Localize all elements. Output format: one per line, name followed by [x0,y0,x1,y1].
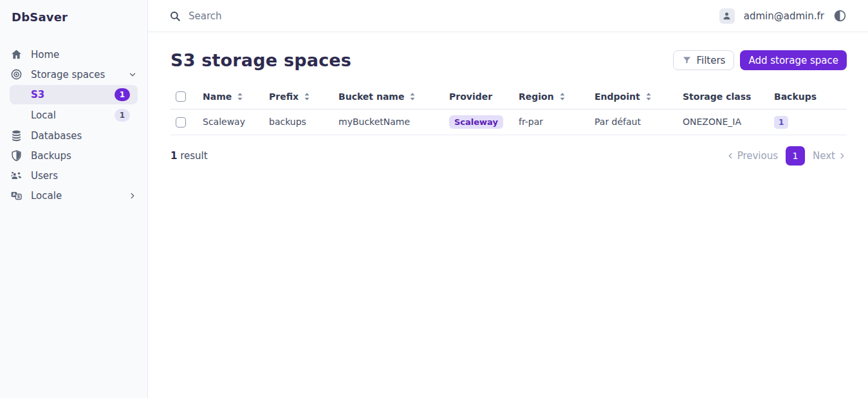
add-storage-space-button[interactable]: Add storage space [740,50,847,70]
theme-toggle-icon[interactable] [833,9,847,23]
sidebar-item-backups[interactable]: Backups [0,146,147,166]
column-header: Backups [774,91,817,102]
page-actions: Filters Add storage space [673,50,847,70]
result-count-label: result [180,150,207,162]
topbar: admin@admin.fr [148,0,868,32]
filters-button[interactable]: Filters [673,50,734,70]
column-header: Endpoint [595,91,640,102]
home-icon [10,48,23,61]
sidebar-item-label: Storage spaces [31,69,120,81]
sidebar-item-label: Users [31,170,137,182]
search-input[interactable] [189,10,446,22]
local-count-badge: 1 [115,109,130,122]
column-header: Name [203,91,232,102]
sidebar: DbSaver Home Storage spaces S3 1 Local 1 [0,0,148,398]
chevron-down-icon [128,70,137,79]
page-header: S3 storage spaces Filters Add storage sp… [171,50,847,70]
table-footer: 1 result Previous 1 Next [171,146,847,166]
current-page-button[interactable]: 1 [786,146,805,166]
chevron-right-icon [128,191,137,200]
filters-label: Filters [696,55,725,66]
page-content: S3 storage spaces Filters Add storage sp… [148,32,868,166]
shield-icon [10,149,23,162]
sidebar-item-label: S3 [31,89,115,100]
sort-icon[interactable] [303,92,311,101]
column-header: Bucket name [338,91,404,102]
sidebar-item-home[interactable]: Home [0,44,147,64]
sidebar-item-databases[interactable]: Databases [0,126,147,146]
sort-icon[interactable] [559,92,566,101]
sidebar-nav: Home Storage spaces S3 1 Local 1 Databas… [0,44,147,205]
search-icon [169,10,181,22]
next-page-button[interactable]: Next [813,150,847,162]
sort-icon[interactable] [236,92,244,101]
provider-badge: Scaleway [449,115,503,129]
search-bar [169,10,719,22]
column-header: Region [519,91,554,102]
sidebar-item-s3[interactable]: S3 1 [10,85,138,104]
s3-count-badge: 1 [115,88,130,101]
select-all-checkbox[interactable] [176,91,186,102]
column-header: Provider [449,91,492,102]
user-avatar-icon [719,8,735,24]
sidebar-item-label: Backups [31,150,137,162]
user-email[interactable]: admin@admin.fr [744,10,824,22]
sidebar-item-local[interactable]: Local 1 [10,106,138,125]
result-count-number: 1 [171,150,177,162]
topbar-right: admin@admin.fr [719,8,847,24]
sidebar-item-storage-spaces[interactable]: Storage spaces [0,64,147,84]
main-area: admin@admin.fr S3 storage spaces Filters… [148,0,868,398]
sidebar-item-label: Databases [31,130,137,142]
users-icon [10,169,23,182]
cell-prefix: backups [264,109,333,135]
sidebar-item-locale[interactable]: A Locale [0,185,147,205]
table-header-row: Name Prefix Bucket name Provider Region … [171,84,847,109]
row-checkbox[interactable] [176,117,186,128]
app-logo: DbSaver [0,0,147,30]
backups-count-badge: 1 [774,116,788,129]
storage-spaces-table: Name Prefix Bucket name Provider Region … [171,84,847,135]
sort-icon[interactable] [409,92,416,101]
previous-label: Previous [737,150,778,162]
table-row[interactable]: Scaleway backups myBucketName Scaleway f… [171,109,847,135]
target-icon [10,68,23,81]
cell-bucket-name: myBucketName [333,109,444,135]
sidebar-item-label: Locale [31,190,120,202]
page-title: S3 storage spaces [171,50,351,70]
column-header: Storage class [683,91,751,102]
result-count: 1 result [171,150,208,162]
chevron-right-icon [838,151,847,160]
sidebar-item-label: Home [31,49,137,61]
cell-storage-class: ONEZONE_IA [678,109,769,135]
sidebar-item-users[interactable]: Users [0,166,147,185]
cell-region: fr-par [513,109,589,135]
previous-page-button[interactable]: Previous [726,150,778,162]
sidebar-item-label: Local [31,109,115,121]
sort-icon[interactable] [645,92,652,101]
next-label: Next [813,150,835,162]
translate-icon: A [10,189,23,202]
column-header: Prefix [269,91,299,102]
chevron-left-icon [726,151,735,160]
database-icon [10,129,23,142]
filter-icon [682,55,692,65]
cell-endpoint: Par défaut [589,109,678,135]
cell-name: Scaleway [198,109,264,135]
pagination: Previous 1 Next [726,146,847,166]
